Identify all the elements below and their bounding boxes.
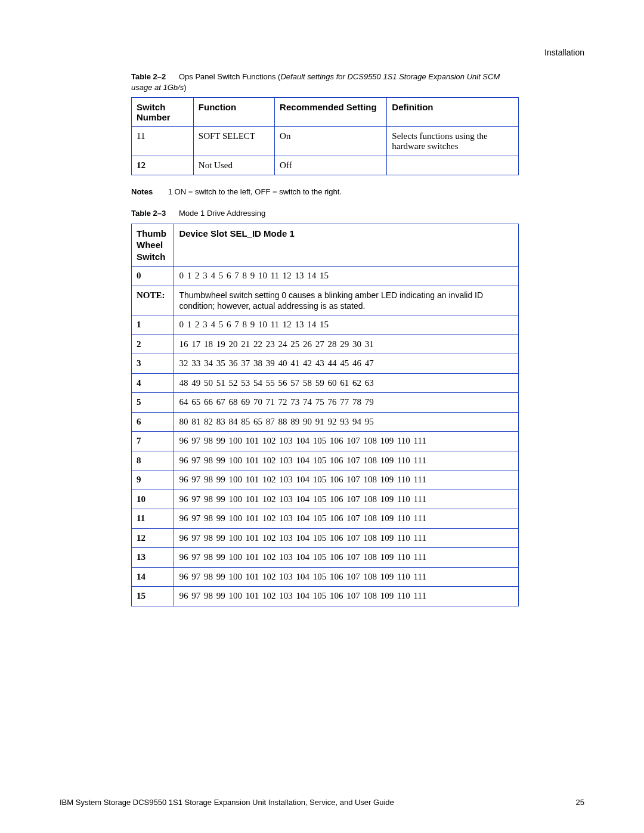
cell-left: 11 — [132, 509, 174, 529]
cell-values: 96 97 98 99 100 101 102 103 104 105 106 … — [174, 567, 519, 587]
caption-label: Table 2–2 — [131, 72, 166, 81]
table-row: 3 32 33 34 35 36 37 38 39 40 41 42 43 44… — [132, 354, 519, 374]
cell-left: 1 — [132, 315, 174, 335]
cell-left: 8 — [132, 451, 174, 470]
cell-left: 15 — [132, 587, 174, 606]
table-row: 10 96 97 98 99 100 101 102 103 104 105 1… — [132, 490, 519, 509]
cell-left: 13 — [132, 548, 174, 568]
table-row: 4 48 49 50 51 52 53 54 55 56 57 58 59 60… — [132, 373, 519, 393]
cell — [387, 156, 519, 175]
cell-left: 7 — [132, 432, 174, 451]
caption-text-c: ) — [184, 83, 186, 92]
caption-label: Table 2–3 — [131, 209, 166, 218]
table-row: 6 80 81 82 83 84 85 65 87 88 89 90 91 92… — [132, 412, 519, 432]
notes-line: Notes 1 ON = switch to the left, OFF = s… — [131, 187, 519, 196]
table-row: 13 96 97 98 99 100 101 102 103 104 105 1… — [132, 548, 519, 568]
cell: 11 — [132, 127, 194, 156]
caption-text: Mode 1 Drive Addressing — [179, 209, 265, 218]
cell-left: 3 — [132, 354, 174, 374]
page: Installation Table 2–2 Ops Panel Switch … — [0, 0, 644, 833]
table-row: 12 96 97 98 99 100 101 102 103 104 105 1… — [132, 528, 519, 548]
cell-values: 48 49 50 51 52 53 54 55 56 57 58 59 60 6… — [174, 373, 519, 393]
table-row: NOTE: Thumbwheel switch setting 0 causes… — [132, 286, 519, 315]
table-row: 12 Not Used Off — [132, 156, 519, 175]
cell-note: Thumbwheel switch setting 0 causes a bli… — [174, 286, 519, 315]
page-footer: IBM System Storage DCS9550 1S1 Storage E… — [60, 798, 584, 807]
cell-left: 12 — [132, 528, 174, 548]
notes-label: Notes — [131, 187, 153, 196]
cell-values: 0 1 2 3 4 5 6 7 8 9 10 11 12 13 14 15 — [174, 267, 519, 286]
cell-values: 96 97 98 99 100 101 102 103 104 105 106 … — [174, 490, 519, 509]
table-row: 2 16 17 18 19 20 21 22 23 24 25 26 27 28… — [132, 335, 519, 354]
table-row: 0 0 1 2 3 4 5 6 7 8 9 10 11 12 13 14 15 — [132, 267, 519, 286]
cell-left: 4 — [132, 373, 174, 393]
table-2-3-caption: Table 2–3 Mode 1 Drive Addressing — [131, 208, 519, 219]
cell: On — [275, 127, 387, 156]
cell-left: 2 — [132, 335, 174, 354]
cell-values: 0 1 2 3 4 5 6 7 8 9 10 11 12 13 14 15 — [174, 315, 519, 335]
cell-left: 5 — [132, 393, 174, 413]
cell-values: 96 97 98 99 100 101 102 103 104 105 106 … — [174, 528, 519, 548]
cell-left: NOTE: — [132, 286, 174, 315]
content-area: Table 2–2 Ops Panel Switch Functions (De… — [131, 72, 519, 606]
table-row: 11 96 97 98 99 100 101 102 103 104 105 1… — [132, 509, 519, 529]
cell-values: 64 65 66 67 68 69 70 71 72 73 74 75 76 7… — [174, 393, 519, 413]
table-row: 9 96 97 98 99 100 101 102 103 104 105 10… — [132, 470, 519, 490]
cell-left: 6 — [132, 412, 174, 432]
table-row: 7 96 97 98 99 100 101 102 103 104 105 10… — [132, 432, 519, 451]
table-row: 15 96 97 98 99 100 101 102 103 104 105 1… — [132, 587, 519, 606]
cell-values: 80 81 82 83 84 85 65 87 88 89 90 91 92 9… — [174, 412, 519, 432]
cell: Off — [275, 156, 387, 175]
table-row: 1 0 1 2 3 4 5 6 7 8 9 10 11 12 13 14 15 — [132, 315, 519, 335]
cell-values: 96 97 98 99 100 101 102 103 104 105 106 … — [174, 548, 519, 568]
cell: SOFT SELECT — [193, 127, 274, 156]
cell-values: 16 17 18 19 20 21 22 23 24 25 26 27 28 2… — [174, 335, 519, 354]
table-row: Thumb Wheel Switch Device Slot SEL_ID Mo… — [132, 224, 519, 267]
cell: 12 — [132, 156, 194, 175]
table-row: 14 96 97 98 99 100 101 102 103 104 105 1… — [132, 567, 519, 587]
table-row: 11 SOFT SELECT On Selects functions usin… — [132, 127, 519, 156]
table-2-3: Thumb Wheel Switch Device Slot SEL_ID Mo… — [131, 224, 519, 606]
cell-values: 96 97 98 99 100 101 102 103 104 105 106 … — [174, 470, 519, 490]
cell-left: 9 — [132, 470, 174, 490]
cell-left: 10 — [132, 490, 174, 509]
cell-left: 0 — [132, 267, 174, 286]
footer-title: IBM System Storage DCS9550 1S1 Storage E… — [60, 798, 394, 807]
table-row: 5 64 65 66 67 68 69 70 71 72 73 74 75 76… — [132, 393, 519, 413]
cell-values: 96 97 98 99 100 101 102 103 104 105 106 … — [174, 509, 519, 529]
col-device-slot-sel-id: Device Slot SEL_ID Mode 1 — [174, 224, 519, 267]
table-2-2: Switch Number Function Recommended Setti… — [131, 97, 519, 175]
cell-values: 96 97 98 99 100 101 102 103 104 105 106 … — [174, 432, 519, 451]
table-row: Switch Number Function Recommended Setti… — [132, 98, 519, 127]
notes-text: 1 ON = switch to the left, OFF = switch … — [168, 187, 342, 196]
cell: Selects functions using the hardware swi… — [387, 127, 519, 156]
cell-values: 96 97 98 99 100 101 102 103 104 105 106 … — [174, 587, 519, 606]
col-switch-number: Switch Number — [132, 98, 194, 127]
table-row: 8 96 97 98 99 100 101 102 103 104 105 10… — [132, 451, 519, 470]
cell: Not Used — [193, 156, 274, 175]
footer-page-number: 25 — [576, 798, 584, 807]
table-2-2-caption: Table 2–2 Ops Panel Switch Functions (De… — [131, 72, 519, 92]
cell-left: 14 — [132, 567, 174, 587]
cell-values: 96 97 98 99 100 101 102 103 104 105 106 … — [174, 451, 519, 470]
col-function: Function — [193, 98, 274, 127]
cell-values: 32 33 34 35 36 37 38 39 40 41 42 43 44 4… — [174, 354, 519, 374]
col-definition: Definition — [387, 98, 519, 127]
caption-text-a: Ops Panel Switch Functions ( — [179, 72, 281, 81]
col-thumb-wheel-switch: Thumb Wheel Switch — [132, 224, 174, 267]
col-recommended-setting: Recommended Setting — [275, 98, 387, 127]
running-header: Installation — [544, 48, 584, 57]
